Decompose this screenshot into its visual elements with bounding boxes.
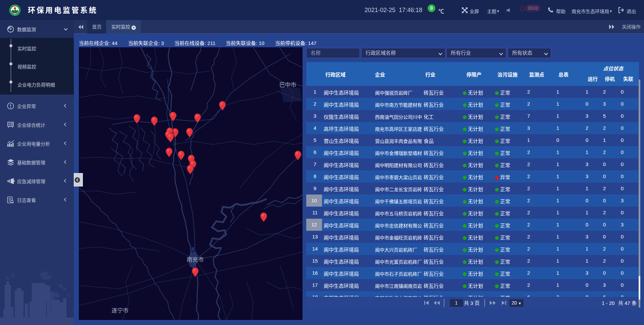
svg-text:遂宁市: 遂宁市 — [112, 308, 129, 314]
svg-text:巴中市: 巴中市 — [279, 82, 297, 88]
svg-text:南充市: 南充市 — [187, 257, 204, 263]
